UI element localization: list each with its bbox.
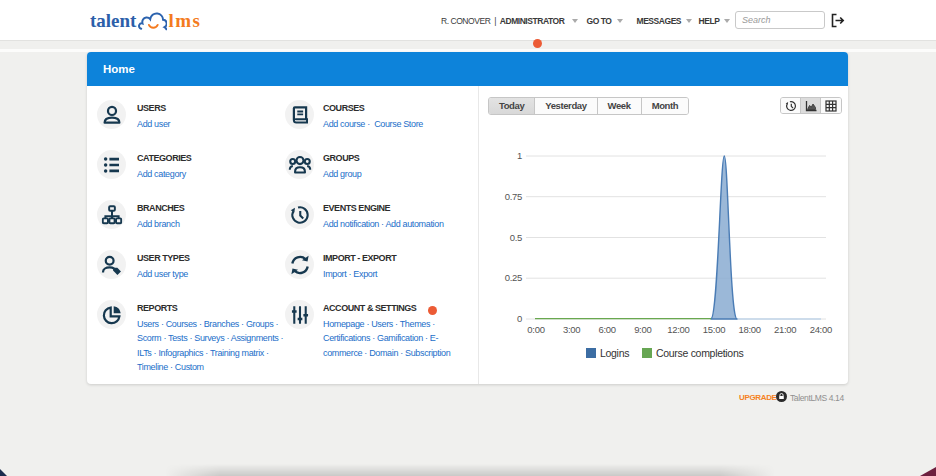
svg-text:Course completions: Course completions xyxy=(656,347,743,359)
svg-text:6:00: 6:00 xyxy=(599,324,616,335)
svg-text:Logins: Logins xyxy=(600,347,629,359)
svg-text:0.75: 0.75 xyxy=(505,191,522,202)
svg-text:18:00: 18:00 xyxy=(738,324,760,335)
svg-text:24:00: 24:00 xyxy=(810,324,832,335)
svg-text:0.25: 0.25 xyxy=(505,272,522,283)
svg-text:12:00: 12:00 xyxy=(667,324,689,335)
svg-text:3:00: 3:00 xyxy=(563,324,580,335)
svg-text:21:00: 21:00 xyxy=(774,324,796,335)
svg-text:0: 0 xyxy=(517,313,522,324)
svg-text:0:00: 0:00 xyxy=(527,324,544,335)
svg-text:0.5: 0.5 xyxy=(510,232,522,243)
svg-text:1: 1 xyxy=(517,150,522,161)
svg-text:9:00: 9:00 xyxy=(634,324,651,335)
svg-text:15:00: 15:00 xyxy=(703,324,725,335)
